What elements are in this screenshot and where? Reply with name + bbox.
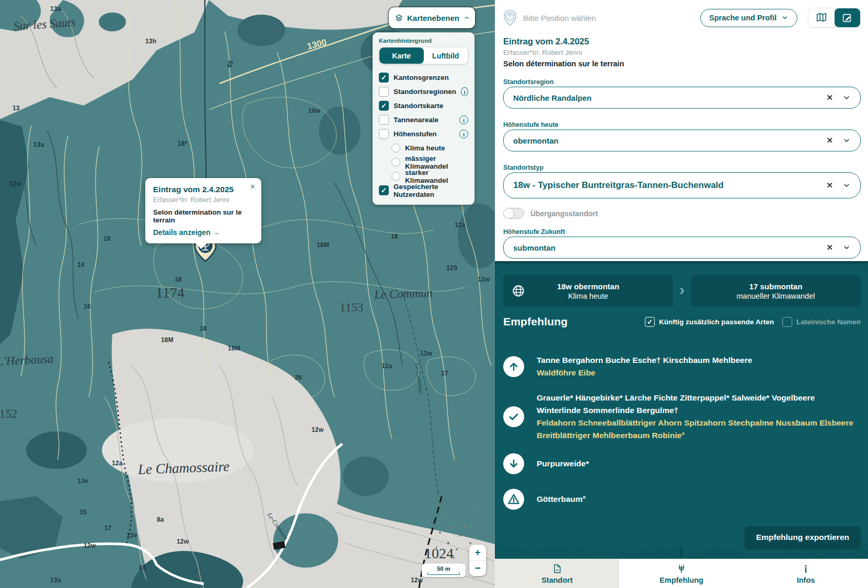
- language-profile-label: Sprache und Profil: [709, 14, 777, 22]
- radio-starker-klimawandel[interactable]: [391, 172, 400, 181]
- map-label: 18: [175, 276, 182, 283]
- tab-empfehlung[interactable]: Empfehlung: [619, 559, 744, 588]
- radio-label: mässiger Klimawandel: [405, 155, 468, 170]
- checkbox-standortsregionen[interactable]: [379, 87, 389, 97]
- document-icon: [552, 563, 562, 574]
- recommendation-header: Empfehlung Künftig zusätzlich passende A…: [503, 315, 861, 328]
- edit-view-button[interactable]: [835, 8, 861, 27]
- info-icon[interactable]: i: [459, 115, 468, 124]
- tree-icon: [676, 563, 687, 574]
- checkbox-future-species[interactable]: [645, 317, 655, 327]
- info-icon[interactable]: i: [459, 130, 468, 138]
- uebergangsstandort-toggle[interactable]: [503, 208, 524, 219]
- map-label: 13a: [50, 577, 61, 584]
- hatch-texture: [495, 547, 868, 559]
- entry-note: Selon détermination sur le terrain: [503, 60, 624, 68]
- radio-row-maessiger-klimawandel: mässiger Klimawandel: [379, 155, 468, 169]
- recommendation-group-warning: Götterbaum°: [503, 489, 861, 510]
- card-line2: manueller Klimawandel: [737, 292, 815, 300]
- language-profile-button[interactable]: Sprache und Profil: [700, 9, 797, 27]
- checkbox-hoehenstufen[interactable]: [379, 129, 389, 139]
- species-line: Grauerle* Hängebirke* Lärche Fichte Zitt…: [537, 392, 853, 404]
- background-option-karte[interactable]: Karte: [379, 48, 424, 64]
- select-standortstyp[interactable]: 18w - Typischer Buntreitgras-Tannen-Buch…: [503, 172, 861, 198]
- chevron-down-icon[interactable]: [842, 93, 851, 102]
- map-view-button[interactable]: [808, 8, 835, 27]
- map-label: 18: [103, 235, 111, 242]
- select-standortsregion[interactable]: Nördliche Randalpen ✕: [503, 87, 861, 109]
- radio-klima-heute[interactable]: [391, 144, 400, 152]
- tab-infos[interactable]: Infos: [744, 559, 868, 588]
- map-layers-button[interactable]: Kartenebenen: [389, 7, 475, 28]
- checkbox-tannenareale[interactable]: [379, 115, 389, 125]
- map-label: 16: [84, 303, 91, 310]
- toggle-knob: [503, 208, 514, 219]
- clear-icon[interactable]: ✕: [826, 243, 833, 252]
- future-species-checkbox-row[interactable]: Künftig zusätzlich passende Arten: [645, 317, 774, 327]
- map-label: 18w: [308, 107, 320, 114]
- popup-close-icon[interactable]: ✕: [250, 183, 256, 191]
- chevron-down-icon[interactable]: [842, 181, 851, 190]
- zoom-out-button[interactable]: −: [469, 561, 486, 577]
- map-label: 1174: [156, 285, 184, 301]
- warning-icon: [503, 489, 524, 510]
- toggle-label: Übergangsstandort: [530, 209, 598, 218]
- checkbox-standortskarte[interactable]: [379, 101, 389, 111]
- select-hoehenstufe-zukunft[interactable]: submontan ✕: [503, 237, 861, 258]
- species-list: Tanne Bergahorn Buche Esche† Kirschbaum …: [537, 354, 752, 379]
- export-recommendation-button[interactable]: Empfehlung exportieren: [745, 526, 861, 548]
- map-label: Le Chamossaire: [137, 458, 229, 478]
- globe-icon: [512, 284, 525, 298]
- popup-details-link[interactable]: Details anzeigen →: [153, 228, 253, 237]
- chevron-down-icon[interactable]: [842, 243, 851, 252]
- background-section-label: Kartenhintergrund: [379, 38, 468, 44]
- card-line1: 18w obermontan: [557, 282, 619, 291]
- clear-icon[interactable]: ✕: [826, 93, 833, 102]
- layer-label: Kantonsgrenzen: [394, 74, 468, 81]
- map-label: 1152: [0, 407, 17, 421]
- chevron-down-icon[interactable]: [842, 136, 851, 145]
- arrow-up-icon: [503, 356, 524, 377]
- view-mode-toggle: [808, 8, 861, 28]
- map-label: 14: [77, 261, 85, 268]
- layer-row-gespeicherte-nutzerdaten: Gespeicherte Nutzerdaten: [379, 183, 468, 197]
- check-icon: [503, 406, 524, 427]
- zoom-in-button[interactable]: +: [469, 545, 486, 561]
- radio-maessiger-klimawandel[interactable]: [391, 158, 400, 167]
- layer-label: Gespeicherte Nutzerdaten: [394, 183, 468, 198]
- map-label: 12w: [478, 276, 490, 283]
- recommendation-group-rising: Tanne Bergahorn Buche Esche† Kirschbaum …: [503, 354, 861, 379]
- select-hoehenstufe-heute[interactable]: obermontan ✕: [503, 130, 861, 151]
- recommendation-title: Empfehlung: [503, 315, 568, 328]
- map-label: 18M: [317, 241, 329, 249]
- tab-standort[interactable]: Standort: [495, 559, 619, 588]
- card-klima-heute: 18w obermontan Klima heute: [503, 275, 673, 307]
- map-label: 12a: [455, 221, 466, 229]
- clear-icon[interactable]: ✕: [826, 181, 833, 190]
- map-label: 12w: [311, 426, 323, 433]
- species-line: Tanne Bergahorn Buche Esche† Kirschbaum …: [537, 354, 752, 367]
- checkbox-kantonsgrenzen[interactable]: [379, 73, 389, 83]
- checkbox-latin-names[interactable]: [782, 317, 792, 327]
- species-list: Götterbaum°: [537, 493, 586, 505]
- checkbox-gespeicherte-nutzerdaten[interactable]: [379, 185, 389, 195]
- map-zoom-control: + −: [469, 545, 486, 576]
- map-label: 15: [79, 509, 87, 516]
- species-line-future: Waldföhre Eibe: [537, 367, 752, 379]
- map[interactable]: 13aSur les Sauts13h13006518w1318*13a12w1…: [0, 0, 495, 588]
- layer-row-tannenareale: Tannenareale i: [379, 113, 468, 127]
- select-value: submontan: [513, 243, 555, 252]
- position-placeholder: Bitte Position wählen: [523, 14, 596, 22]
- recommendation-options: Künftig zusätzlich passende Arten Latein…: [645, 317, 861, 327]
- layers-button-label: Kartenebenen: [407, 14, 459, 22]
- field-label-hoehenstufe-zukunft: Höhenstufe Zukunft: [503, 228, 565, 236]
- clear-icon[interactable]: ✕: [826, 136, 833, 145]
- info-icon[interactable]: i: [461, 87, 468, 96]
- background-option-luftbild[interactable]: Luftbild: [424, 48, 468, 64]
- map-label: 13: [13, 104, 20, 112]
- latin-names-checkbox-row[interactable]: Lateinische Namen: [782, 317, 861, 327]
- layer-label: Tannenareale: [394, 116, 455, 124]
- panel-header: Bitte Position wählen Sprache und Profil: [503, 7, 861, 28]
- map-label: 13a: [33, 141, 44, 148]
- scale-line: [427, 572, 460, 575]
